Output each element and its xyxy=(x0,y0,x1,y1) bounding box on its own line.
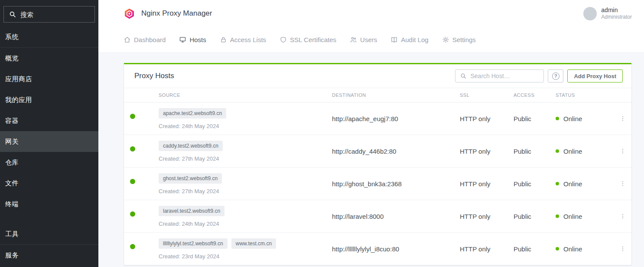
sidebar-menu: 系统 概览 应用商店 我的应用 容器 网关 仓库 文件 终端 工具 服务 xyxy=(0,27,98,266)
sidebar-search-input[interactable] xyxy=(20,11,90,18)
access-value: Public xyxy=(514,180,556,188)
source-host-badge[interactable]: llllllylylyl.test2.websoft9.cn xyxy=(159,238,228,249)
created-date: Created: 23rd May 2024 xyxy=(159,253,332,260)
tab-dashboard[interactable]: Dashboard xyxy=(124,36,166,43)
table-row[interactable]: llllllylylyl.test2.websoft9.cn www.test.… xyxy=(124,233,631,265)
column-access: ACCESS xyxy=(514,92,556,98)
user-avatar xyxy=(583,7,597,20)
sidebar-search-box[interactable] xyxy=(3,6,95,23)
status-label: Online xyxy=(563,213,582,220)
card-tools: ? Add Proxy Host xyxy=(455,69,623,82)
kebab-menu-icon xyxy=(619,180,626,187)
users-icon xyxy=(350,36,357,43)
row-actions-menu[interactable] xyxy=(618,115,628,122)
tab-label: Settings xyxy=(452,36,476,43)
destination: http://caddy_446b2:80 xyxy=(332,148,460,155)
online-dot-icon xyxy=(130,244,135,249)
ssl-value: HTTP only xyxy=(460,245,514,253)
sidebar-item-containers[interactable]: 容器 xyxy=(0,110,98,131)
user-name: admin xyxy=(601,7,632,14)
tab-audit-log[interactable]: Audit Log xyxy=(390,36,428,43)
destination: http://llllllylylyl_i8cuo:80 xyxy=(332,245,460,253)
table-row[interactable]: laravel.test2.websoft9.cn Created: 24th … xyxy=(124,200,631,233)
online-dot-icon xyxy=(130,211,135,217)
sidebar-item-files[interactable]: 文件 xyxy=(0,173,98,194)
source-host-badge[interactable]: laravel.test2.websoft9.cn xyxy=(159,206,224,216)
page-title: Proxy Hosts xyxy=(134,72,174,80)
app-header: Nginx Proxy Manager admin Administrator xyxy=(98,0,644,27)
ssl-value: HTTP only xyxy=(460,180,514,188)
row-actions-menu[interactable] xyxy=(618,213,628,220)
shield-icon xyxy=(280,36,287,43)
status-label: Online xyxy=(563,148,582,155)
column-ssl: SSL xyxy=(460,92,514,98)
sidebar-item-system[interactable]: 系统 xyxy=(0,27,98,48)
host-search-box[interactable] xyxy=(455,69,544,82)
destination: http://ghost_bnk3a:2368 xyxy=(332,180,460,188)
gear-icon xyxy=(442,36,449,43)
sidebar-item-services[interactable]: 服务 xyxy=(0,245,98,266)
host-search-input[interactable] xyxy=(470,73,539,79)
tab-ssl-certificates[interactable]: SSL Certificates xyxy=(280,36,336,43)
tab-users[interactable]: Users xyxy=(350,36,377,43)
kebab-menu-icon xyxy=(619,148,626,155)
user-menu[interactable]: admin Administrator xyxy=(583,7,632,21)
sidebar-item-my-apps[interactable]: 我的应用 xyxy=(0,89,98,110)
tab-hosts[interactable]: Hosts xyxy=(179,36,206,43)
tab-access-lists[interactable]: Access Lists xyxy=(220,36,266,43)
main-area: Nginx Proxy Manager admin Administrator … xyxy=(98,0,644,267)
add-proxy-host-button[interactable]: Add Proxy Host xyxy=(567,69,623,82)
row-actions-menu[interactable] xyxy=(618,180,628,187)
row-actions-menu[interactable] xyxy=(618,245,628,252)
source-host-badge[interactable]: ghost.test2.websoft9.cn xyxy=(159,173,222,184)
column-destination: DESTINATION xyxy=(332,92,460,98)
status-label: Online xyxy=(563,245,582,253)
status-label: Online xyxy=(563,180,582,188)
created-date: Created: 24th May 2024 xyxy=(159,123,332,129)
table-row[interactable]: caddy.test2.websoft9.cn Created: 27th Ma… xyxy=(124,135,631,168)
column-status: STATUS xyxy=(556,92,618,98)
tab-label: Access Lists xyxy=(230,36,266,43)
table-row[interactable]: apache.test2.websoft9.cn Created: 24th M… xyxy=(124,102,631,135)
ssl-value: HTTP only xyxy=(460,213,514,220)
tab-label: Hosts xyxy=(189,36,206,43)
access-value: Public xyxy=(514,115,556,122)
main-nav: Dashboard Hosts Access Lists xyxy=(98,27,644,53)
table-row[interactable]: ghost.test2.websoft9.cn Created: 27th Ma… xyxy=(124,168,631,200)
monitor-icon xyxy=(179,36,186,43)
access-value: Public xyxy=(514,213,556,220)
access-value: Public xyxy=(514,245,556,253)
question-circle-icon: ? xyxy=(552,73,559,80)
tab-label: SSL Certificates xyxy=(290,36,336,43)
help-button[interactable]: ? xyxy=(548,69,563,82)
status-label: Online xyxy=(563,115,582,122)
sidebar-item-gateway[interactable]: 网关 xyxy=(0,131,98,152)
home-icon xyxy=(124,36,131,43)
source-host-badge[interactable]: apache.test2.websoft9.cn xyxy=(159,108,226,119)
ssl-value: HTTP only xyxy=(460,115,514,122)
sidebar-item-overview[interactable]: 概览 xyxy=(0,48,98,69)
status-dot-icon xyxy=(556,149,559,153)
sidebar-item-repository[interactable]: 仓库 xyxy=(0,152,98,173)
row-actions-menu[interactable] xyxy=(618,148,628,155)
tab-label: Audit Log xyxy=(401,36,428,43)
sidebar-item-terminal[interactable]: 终端 xyxy=(0,194,98,214)
access-value: Public xyxy=(514,148,556,155)
source-host-badge[interactable]: www.test.cm.cn xyxy=(231,238,276,249)
sidebar-item-app-store[interactable]: 应用商店 xyxy=(0,69,98,89)
search-icon xyxy=(460,73,467,79)
kebab-menu-icon xyxy=(619,115,626,122)
sidebar: 系统 概览 应用商店 我的应用 容器 网关 仓库 文件 终端 工具 服务 xyxy=(0,0,98,267)
source-host-badge[interactable]: caddy.test2.websoft9.cn xyxy=(159,141,223,151)
brand: Nginx Proxy Manager xyxy=(124,8,212,20)
tab-label: Dashboard xyxy=(134,36,166,43)
tab-label: Users xyxy=(360,36,377,43)
tab-settings[interactable]: Settings xyxy=(442,36,476,43)
search-icon xyxy=(9,10,16,18)
sidebar-item-tools[interactable]: 工具 xyxy=(0,224,98,245)
kebab-menu-icon xyxy=(619,213,626,220)
kebab-menu-icon xyxy=(619,245,626,252)
nginx-proxy-manager-logo-icon xyxy=(124,8,135,20)
content-area: Proxy Hosts ? Add Proxy Host xyxy=(98,53,644,266)
created-date: Created: 27th May 2024 xyxy=(159,188,332,194)
